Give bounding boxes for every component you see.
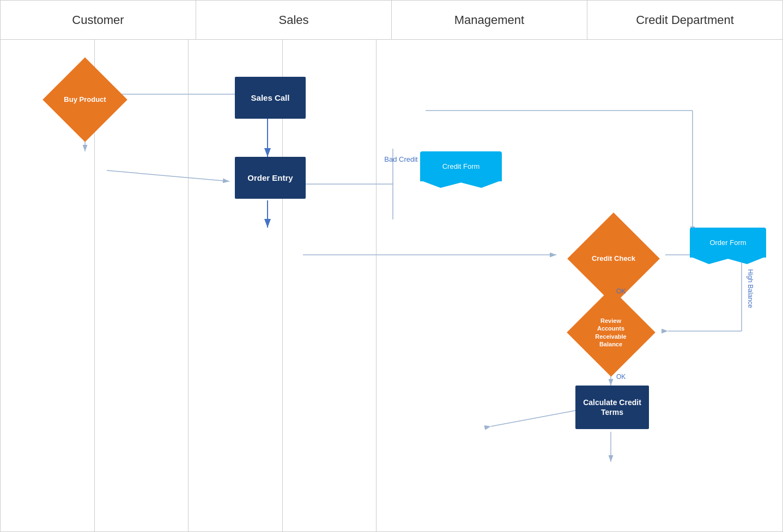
order-entry-label: Order Entry (247, 173, 293, 184)
header-credit-dept-label: Credit Department (636, 13, 734, 27)
diagram-container: Customer Sales Management Credit Departm… (0, 0, 783, 532)
buy-product-shape: Buy Product (55, 70, 115, 130)
header-management-label: Management (454, 13, 524, 27)
credit-form-label: Credit Form (442, 162, 480, 170)
ok-label-1: OK (616, 288, 626, 295)
high-balance-label: High Balance (746, 269, 754, 308)
header-customer-label: Customer (72, 13, 124, 27)
order-entry-shape: Order Entry (235, 157, 306, 199)
header-management: Management (392, 1, 587, 39)
sales-call-shape: Sales Call (235, 77, 306, 119)
bad-credit-label: Bad Credit (379, 146, 423, 173)
svg-line-14 (491, 410, 578, 426)
ok-label-2: OK (616, 373, 626, 381)
order-form-shape: Order Form (690, 228, 766, 258)
credit-form-shape: Credit Form (420, 151, 502, 181)
swimlane-body: Buy Product Credit Form Sales Call Order… (1, 40, 782, 532)
credit-check-label: Credit Check (589, 254, 638, 264)
review-ar-shape: Review Accounts Receivable Balance (575, 301, 646, 364)
header-sales-label: Sales (278, 13, 308, 27)
header-credit-dept: Credit Department (587, 1, 782, 39)
header-customer: Customer (1, 1, 196, 39)
buy-product-label: Buy Product (63, 95, 107, 105)
calculate-credit-label: Calculate Credit Terms (575, 398, 649, 417)
swimlane-headers: Customer Sales Management Credit Departm… (1, 1, 782, 40)
review-ar-label: Review Accounts Receivable Balance (587, 317, 635, 348)
sales-call-label: Sales Call (251, 93, 290, 103)
calculate-credit-shape: Calculate Credit Terms (575, 386, 649, 429)
bad-credit-text: Bad Credit (384, 155, 417, 164)
credit-check-shape: Credit Check (581, 226, 646, 291)
order-form-label: Order Form (709, 239, 746, 247)
header-sales: Sales (196, 1, 392, 39)
